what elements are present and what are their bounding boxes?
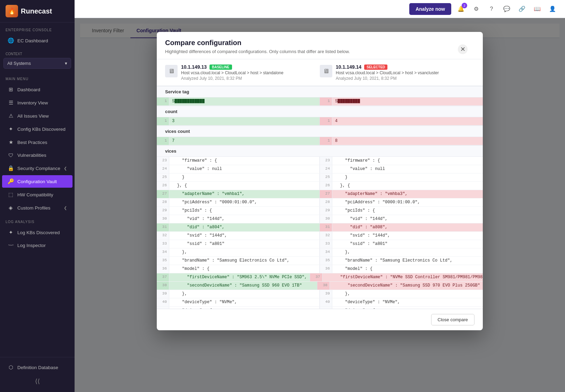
user-button[interactable]: 👤 [547, 3, 558, 15]
line-number: 33 [320, 240, 332, 248]
sidebar-item-definition-database[interactable]: ⬡ Definition Database [2, 361, 72, 374]
context-select[interactable]: All Systems ▾ [3, 58, 71, 69]
close-compare-button[interactable]: Close compare [431, 314, 474, 325]
line-number: 23 [320, 157, 332, 165]
diff-cell-right: 32 "svid" : "144d", [320, 232, 483, 240]
sidebar-item-dashboard[interactable]: ⊞ Dashboard [2, 83, 72, 96]
sidebar-item-all-issues[interactable]: ⚠ All Issues View [2, 110, 72, 122]
line-number: 25 [157, 173, 169, 181]
sidebar-item-log-inspector[interactable]: 〰 Log Inspector [2, 239, 72, 252]
modal-title: Compare configuration [165, 39, 474, 47]
diff-cell-right: 29 "pciIds" : { [320, 207, 483, 215]
diff-cell-left: 30 "vid" : "144d", [157, 215, 320, 223]
selected-host-path: Host vcsa.cloud.local > CloudLocal > hos… [336, 70, 439, 75]
line-content: "deviceType" : "NVMe", [332, 298, 483, 306]
baseline-ip: 10.1.149.13 BASELINE [181, 64, 283, 70]
line-content: } [332, 173, 483, 181]
line-content: "did" : "a804", [169, 223, 319, 231]
sidebar-item-security-compliance[interactable]: 🔒 Security Compliance ❮ [2, 162, 72, 174]
sidebar-item-hw-compatibility[interactable]: ⬚ HW Compatibility [2, 188, 72, 201]
baseline-host-icon: 🖥 [165, 65, 178, 77]
line-content: }, { [169, 182, 319, 190]
line-content: }, [332, 248, 483, 256]
sidebar: 🔥 Runecast ENTERPRISE CONSOLE 🌐 EC Dashb… [0, 0, 75, 392]
chat-button[interactable]: 💬 [501, 3, 512, 15]
line-content: "firmware" : { [169, 157, 319, 165]
diff-cell-right: 23 "firmware" : { [320, 157, 483, 165]
diff-cell-left: 28 "pciAddress" : "0000:01:00.0", [157, 198, 320, 206]
sidebar-item-configuration-vault[interactable]: 🔑 Configuration Vault [2, 175, 72, 188]
line-number: 23 [157, 157, 169, 165]
line-content: "pciIds" : { [332, 207, 483, 215]
line-content: "firstDeviceName" : "NVMe SSD Controller… [323, 273, 483, 281]
line-content: "did" : "a808", [332, 223, 483, 231]
line-content: "vid" : "144d", [169, 215, 319, 223]
line-content: "value" : null [169, 165, 319, 173]
line-content: 3 [169, 117, 319, 125]
diff-cell-left: 31 "did" : "a804", [157, 223, 320, 231]
diff-cell-right: 26 }, { [320, 182, 483, 190]
link-button[interactable]: 🔗 [516, 3, 528, 15]
sidebar-item-best-practices[interactable]: ★ Best Practices [2, 136, 72, 148]
line-content: "model" : { [332, 265, 483, 273]
line-content: "ssid" : "a801" [332, 240, 483, 248]
line-number: 24 [320, 165, 332, 173]
diff-cell-left: 32 "svid" : "144d", [157, 232, 320, 240]
sidebar-item-ec-dashboard[interactable]: 🌐 EC Dashboard [2, 34, 72, 47]
line-content: "pciAddress" : "0000:01:00.0", [169, 198, 319, 206]
diff-row: 38 "secondDeviceName" : "Samsung SSD 960… [157, 282, 483, 290]
notifications-button[interactable]: 🔔 2 [455, 3, 466, 15]
line-content: "ssid" : "a801" [169, 240, 319, 248]
diff-cell-right: 18 [320, 137, 483, 145]
line-content: "value" : null [332, 165, 483, 173]
line-number: 1 [157, 117, 169, 125]
diff-cell-left: 39 }, [157, 290, 320, 298]
diff-cell-right: 14 [320, 117, 483, 125]
sidebar-item-vulnerabilities[interactable]: 🛡 Vulnerabilities [2, 149, 72, 161]
line-content: "svid" : "144d", [169, 232, 319, 240]
line-number: 26 [157, 182, 169, 190]
sidebar-item-custom-profiles[interactable]: ◈ Custom Profiles ❮ [2, 202, 72, 214]
line-number: 29 [320, 207, 332, 215]
line-content: }, [332, 290, 483, 298]
sidebar-item-log-kbs[interactable]: ✦ Log KBs Discovered [2, 226, 72, 239]
dashboard-icon: ⊞ [8, 86, 14, 93]
topbar: Analyze now 🔔 2 ⚙ ? 💬 🔗 📖 👤 [75, 0, 565, 18]
line-content: "adapterName" : "vmhba1", [169, 190, 319, 198]
diff-row: 31 "did" : "a804",31 "did" : "a808", [157, 223, 483, 232]
line-number: 1 [157, 137, 169, 145]
line-number: 37 [310, 273, 323, 281]
sidebar-collapse-button[interactable]: ⟨⟨ [0, 374, 75, 389]
settings-button[interactable]: ⚙ [471, 3, 482, 15]
sidebar-bottom: ⬡ Definition Database ⟨⟨ [0, 357, 75, 392]
diff-cell-right: 24 "value" : null [320, 165, 483, 173]
line-number: 1 [320, 97, 332, 105]
line-number: 30 [157, 215, 169, 223]
diff-row: 35 "brandName" : "Samsung Electronics Co… [157, 257, 483, 265]
diff-row: 39 },39 }, [157, 290, 483, 298]
line-number: 32 [320, 232, 332, 240]
diff-row: 28 "pciAddress" : "0000:01:00.0",28 "pci… [157, 198, 483, 207]
selected-analyzed: Analyzed July 10, 2021, 8:32 PM [336, 76, 439, 81]
analyze-now-button[interactable]: Analyze now [409, 3, 451, 15]
line-number: 38 [317, 282, 330, 290]
modal-close-button[interactable]: ✕ [458, 44, 468, 54]
line-number: 31 [320, 223, 332, 231]
diff-cell-left: 38 "secondDeviceName" : "Samsung SSD 960… [157, 282, 317, 290]
line-number: 28 [157, 198, 169, 206]
sidebar-item-config-kbs[interactable]: ✦ Config KBs Discovered [2, 123, 72, 135]
diff-cell-left: 27 "adapterName" : "vmhba1", [157, 190, 320, 198]
sidebar-logo: 🔥 Runecast [0, 0, 75, 23]
book-button[interactable]: 📖 [532, 3, 543, 15]
help-button[interactable]: ? [486, 3, 497, 15]
diff-section-label: vices [157, 145, 483, 157]
page-area: Inventory Filter Configuration Vault Com… [75, 18, 565, 392]
custom-profiles-icon: ◈ [8, 205, 14, 211]
modal-header: Compare configuration Highlighted differ… [157, 32, 483, 59]
line-content: 7 [169, 137, 319, 145]
sidebar-item-inventory-view[interactable]: ☰ Inventory View [2, 96, 72, 109]
log-kbs-icon: ✦ [8, 229, 14, 236]
globe-icon: 🌐 [8, 37, 14, 44]
line-content: "secondDeviceName" : "Samsung SSD 970 EV… [330, 282, 483, 290]
diff-section-label: Service tag [157, 86, 483, 97]
